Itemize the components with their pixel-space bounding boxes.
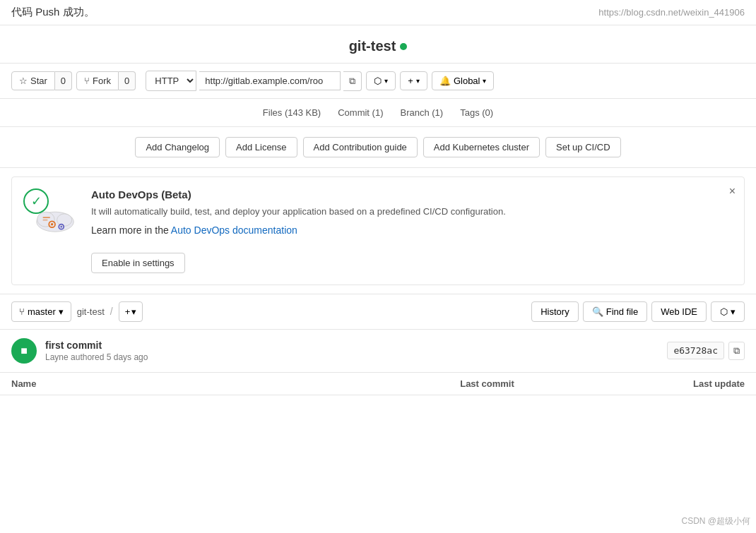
find-file-button[interactable]: 🔍 Find file xyxy=(583,301,648,322)
setup-cicd-button[interactable]: Set up CI/CD xyxy=(545,137,621,157)
svg-point-4 xyxy=(51,223,54,226)
devops-learn-more-prefix: Learn more in the xyxy=(91,224,171,236)
add-contribution-guide-button[interactable]: Add Contribution guide xyxy=(303,137,418,157)
repo-status-dot xyxy=(400,43,407,50)
commit-avatar: ■ xyxy=(11,338,37,364)
path-separator: / xyxy=(110,306,113,317)
clone-url-copy-button[interactable]: ⧉ xyxy=(343,71,362,91)
col-update-header: Last update xyxy=(646,378,745,389)
clone-protocol-select[interactable]: HTTP SSH xyxy=(146,71,196,91)
star-count: 0 xyxy=(55,71,72,90)
commit-hash-code[interactable]: e63728ac xyxy=(667,342,724,359)
banner-title: 代码 Push 成功。 xyxy=(11,6,95,19)
plus-icon: + xyxy=(125,306,131,317)
clone-url-input[interactable] xyxy=(199,71,341,90)
top-banner: 代码 Push 成功。 https://blog.csdn.net/weixin… xyxy=(0,0,756,25)
commit-hash-area: e63728ac ⧉ xyxy=(667,342,745,360)
chevron-down-icon-small: ▾ xyxy=(131,306,136,317)
web-ide-button[interactable]: Web IDE xyxy=(651,301,707,322)
devops-icon-area: ✓ xyxy=(23,188,80,240)
banner-url: https://blog.csdn.net/weixin_441906 xyxy=(598,7,745,18)
commit-meta: Layne authored 5 days ago xyxy=(45,352,658,362)
avatar-icon: ■ xyxy=(20,345,28,357)
devops-description: It will automatically build, test, and d… xyxy=(91,205,733,219)
plus-icon: + xyxy=(408,76,413,86)
add-file-button[interactable]: + ▾ xyxy=(119,301,143,322)
devops-check-icon: ✓ xyxy=(23,188,49,214)
devops-docs-link[interactable]: Auto DevOps documentation xyxy=(171,224,297,236)
history-button[interactable]: History xyxy=(531,301,578,322)
add-kubernetes-cluster-button[interactable]: Add Kubernetes cluster xyxy=(423,137,540,157)
clone-url-field: HTTP SSH ⧉ xyxy=(146,71,362,91)
star-icon: ☆ xyxy=(19,76,28,86)
notification-button[interactable]: 🔔 🔔 Global Global ▾ xyxy=(432,71,495,90)
copy-hash-button[interactable]: ⧉ xyxy=(728,342,745,360)
col-commit-header: Last commit xyxy=(329,378,646,389)
branch-selector-button[interactable]: ⑂ master ▾ xyxy=(11,301,71,322)
stats-bar: Files (143 KB) Commit (1) Branch (1) Tag… xyxy=(0,99,756,127)
fork-group: ⑂ Fork 0 xyxy=(76,71,136,90)
star-button[interactable]: ☆ Star xyxy=(11,71,55,90)
col-name-header: Name xyxy=(11,378,329,389)
fork-icon: ⑂ xyxy=(84,76,90,86)
fork-count: 0 xyxy=(119,71,136,90)
copy-icon: ⧉ xyxy=(733,345,740,356)
bell-icon: 🔔 xyxy=(439,76,451,86)
star-group: ☆ Star 0 xyxy=(11,71,72,90)
svg-point-2 xyxy=(57,214,72,227)
compare-button[interactable]: ⬡ ▾ xyxy=(366,71,396,90)
devops-learn-more: Learn more in the Auto DevOps documentat… xyxy=(91,224,733,236)
devops-title: Auto DevOps (Beta) xyxy=(91,188,733,200)
file-browser-header: ⑂ master ▾ git-test / + ▾ History 🔍 Find… xyxy=(0,294,756,330)
search-icon: 🔍 xyxy=(592,306,603,317)
add-changelog-button[interactable]: Add Changelog xyxy=(135,137,220,157)
stats-tags-link[interactable]: Tags (0) xyxy=(460,107,493,118)
svg-point-6 xyxy=(60,226,62,228)
commit-author: Layne xyxy=(45,352,69,362)
add-license-button[interactable]: Add License xyxy=(225,137,297,157)
fork-button[interactable]: ⑂ Fork xyxy=(76,71,119,90)
svg-rect-7 xyxy=(43,217,51,218)
file-table-header: Name Last commit Last update xyxy=(0,373,756,395)
compare-ref-button[interactable]: ⬡ ▾ xyxy=(711,301,745,322)
file-browser-right-actions: History 🔍 Find file Web IDE ⬡ ▾ xyxy=(531,301,745,322)
chevron-down-icon: ▾ xyxy=(59,306,64,317)
repo-actions-bar: ☆ Star 0 ⑂ Fork 0 HTTP SSH ⧉ ⬡ ▾ + ▾ 🔔 🔔 xyxy=(0,64,756,99)
compare-icon: ⬡ xyxy=(374,76,382,86)
repo-title: git-test xyxy=(349,38,408,54)
commit-message[interactable]: first commit xyxy=(45,340,658,351)
repo-path-label: git-test xyxy=(77,306,105,317)
new-item-button[interactable]: + ▾ xyxy=(400,71,427,90)
commit-time: authored 5 days ago xyxy=(71,352,148,362)
enable-devops-button[interactable]: Enable in settings xyxy=(91,253,185,273)
commit-info: first commit Layne authored 5 days ago xyxy=(45,340,658,362)
devops-content: Auto DevOps (Beta) It will automatically… xyxy=(91,188,733,273)
devops-banner: ✓ Auto DevOps (Beta) It will automatical… xyxy=(11,176,745,285)
quick-actions-bar: Add Changelog Add License Add Contributi… xyxy=(0,127,756,168)
stats-commit-link[interactable]: Commit (1) xyxy=(338,107,383,118)
copy-icon: ⧉ xyxy=(349,76,355,86)
stats-branch-link[interactable]: Branch (1) xyxy=(400,107,443,118)
compare-icon: ⬡ xyxy=(720,306,728,317)
branch-icon: ⑂ xyxy=(19,306,25,317)
repo-header: git-test xyxy=(0,25,756,64)
devops-close-button[interactable]: × xyxy=(729,186,736,197)
stats-files-link[interactable]: Files (143 KB) xyxy=(263,107,321,118)
svg-rect-8 xyxy=(43,220,48,221)
commit-row: ■ first commit Layne authored 5 days ago… xyxy=(0,330,756,373)
